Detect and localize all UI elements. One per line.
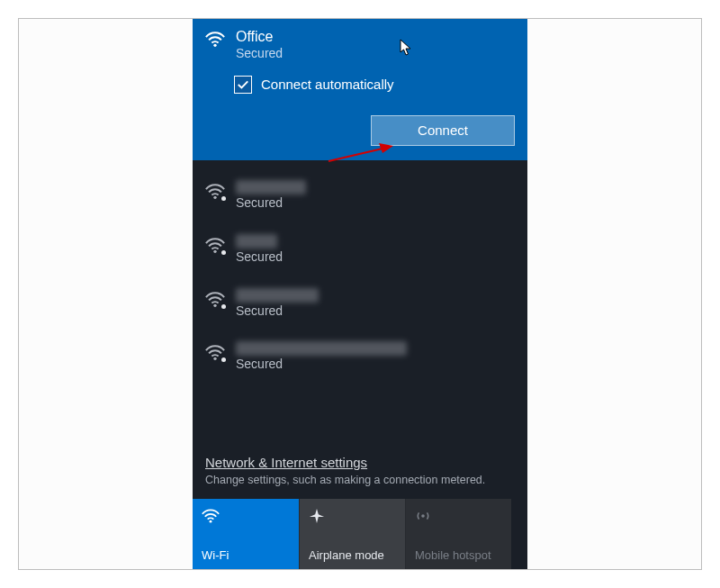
svg-point-4	[213, 357, 216, 360]
network-item[interactable]: Secured	[205, 277, 515, 331]
available-networks-list: Secured Secured	[193, 160, 527, 384]
checkmark-icon	[237, 78, 249, 91]
auto-connect-checkbox[interactable]	[234, 76, 252, 94]
svg-point-2	[213, 249, 216, 252]
wifi-tile-label: Wi-Fi	[202, 548, 290, 562]
selected-network-header: Office Secured	[205, 28, 515, 61]
airplane-icon	[309, 508, 396, 527]
mobile-hotspot-tile[interactable]: Mobile hotspot	[405, 499, 511, 569]
hotspot-tile-label: Mobile hotspot	[415, 548, 502, 562]
connect-button[interactable]: Connect	[371, 115, 515, 146]
svg-point-5	[210, 520, 212, 523]
network-status: Secured	[236, 249, 283, 265]
network-item[interactable]: Secured	[205, 169, 515, 223]
airplane-mode-tile[interactable]: Airplane mode	[299, 499, 405, 569]
wifi-tile[interactable]: Wi-Fi	[193, 499, 299, 569]
hotspot-icon	[415, 508, 502, 527]
network-name-redacted	[236, 180, 306, 194]
settings-section: Network & Internet settings Change setti…	[193, 455, 527, 495]
wifi-icon	[205, 343, 225, 361]
wifi-icon	[205, 236, 225, 254]
network-flyout: Office Secured Connect automatically Con…	[193, 19, 527, 569]
auto-connect-row[interactable]: Connect automatically	[234, 76, 515, 94]
network-item[interactable]: Secured	[205, 223, 515, 277]
wifi-icon	[205, 290, 225, 308]
network-name-redacted	[236, 234, 277, 249]
wifi-icon	[202, 508, 290, 526]
network-item[interactable]: Secured	[205, 330, 515, 384]
svg-point-3	[213, 303, 216, 306]
selected-network[interactable]: Office Secured Connect automatically Con…	[193, 19, 527, 160]
settings-description: Change settings, such as making a connec…	[205, 474, 515, 486]
svg-point-0	[213, 44, 216, 47]
wifi-icon	[205, 30, 225, 48]
auto-connect-label: Connect automatically	[261, 77, 394, 92]
selected-network-name: Office	[236, 28, 283, 45]
svg-point-1	[213, 196, 216, 199]
network-status: Secured	[236, 357, 407, 372]
quick-action-tiles: Wi-Fi Airplane mode Mobi	[193, 499, 527, 569]
window-frame: Office Secured Connect automatically Con…	[18, 18, 702, 570]
network-status: Secured	[236, 303, 319, 319]
network-name-redacted	[236, 288, 319, 303]
network-name-redacted	[236, 341, 407, 356]
wifi-icon	[205, 182, 225, 200]
network-status: Secured	[236, 195, 306, 211]
svg-point-6	[421, 514, 425, 518]
selected-network-status: Secured	[236, 46, 283, 61]
network-settings-link[interactable]: Network & Internet settings	[205, 455, 515, 470]
airplane-tile-label: Airplane mode	[309, 548, 396, 562]
